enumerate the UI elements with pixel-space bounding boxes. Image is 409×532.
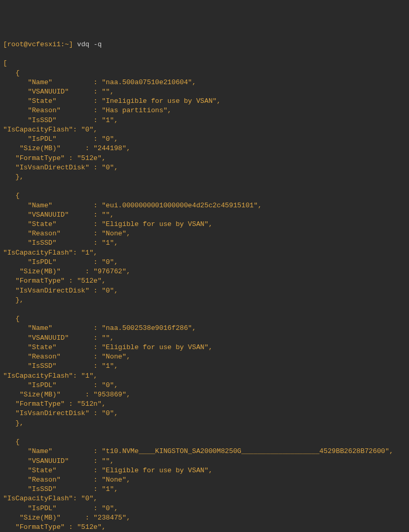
prompt-path: ~	[65, 41, 69, 48]
json-output: [ { "Name" : "naa.500a07510e210604", "VS…	[3, 59, 406, 532]
prompt-user-host: root@vcfesxi1	[7, 41, 61, 48]
command-text[interactable]: vdq -q	[77, 41, 101, 48]
shell-prompt: [root@vcfesxi1:~] vdq -q	[3, 40, 406, 49]
